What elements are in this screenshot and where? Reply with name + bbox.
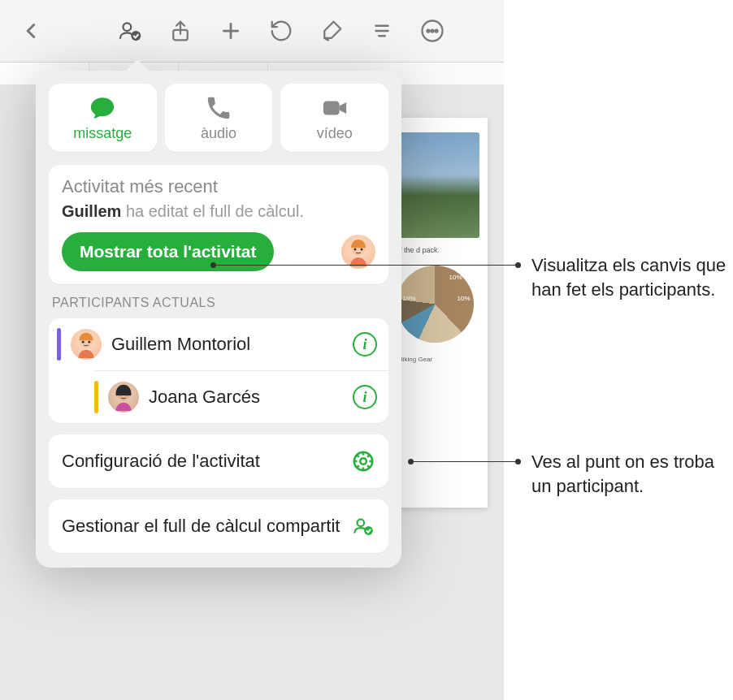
collab-manage-icon [351,514,375,538]
svg-point-21 [125,394,128,396]
participants-list: Guillem Montoriol Joana Garcés [49,318,388,423]
share-button[interactable] [159,10,202,52]
participant-avatar [71,329,102,360]
svg-point-1 [131,31,141,41]
svg-point-18 [88,341,90,344]
message-button[interactable]: missatge [49,84,157,152]
svg-point-17 [82,341,85,344]
participants-header: PARTICIPANTS ACTUALS [52,296,385,310]
activity-title: Activitat més recent [62,176,375,197]
participant-name: Joana Garcés [149,387,343,408]
svg-point-15 [361,248,363,251]
svg-point-10 [432,30,434,32]
svg-point-9 [427,30,430,32]
svg-rect-12 [323,101,340,115]
callout-locate: Ves al punt on es troba un participant. [531,450,733,498]
svg-line-29 [367,465,370,468]
video-icon [321,94,349,122]
phone-icon [205,94,232,122]
presence-stripe [57,328,61,361]
toolbar [0,0,504,63]
callout-line [409,461,520,462]
svg-line-30 [357,465,359,468]
audio-button[interactable]: àudio [165,84,273,152]
svg-point-23 [360,458,366,465]
gear-icon [351,449,375,473]
svg-line-31 [367,455,370,457]
back-button[interactable] [10,10,52,52]
undo-button[interactable] [260,10,302,52]
svg-point-14 [354,248,357,251]
svg-point-20 [119,394,122,396]
svg-point-0 [124,23,132,31]
participant-info-button[interactable] [353,385,377,409]
chart-legend: Hiking Gear [390,356,479,363]
format-brush-button[interactable] [310,10,353,52]
doc-snippet: half the d pack. [390,246,479,256]
participant-row[interactable]: Guillem Montoriol [49,318,388,370]
more-button[interactable] [411,10,453,52]
message-icon [89,94,116,122]
add-button[interactable] [210,10,252,52]
svg-point-32 [358,519,365,526]
svg-point-11 [436,30,438,32]
presence-stripe [94,381,98,413]
svg-line-28 [357,455,359,457]
participant-name: Guillem Montoriol [111,334,343,355]
callout-line [211,265,520,266]
video-label: vídeo [317,125,353,142]
participant-info-button[interactable] [353,332,377,356]
collab-popover: missatge àudio vídeo Activitat més recen… [36,58,401,568]
participant-row[interactable]: Joana Garcés [94,370,388,423]
callout-changes: Visualitza els canvis que han fet els pa… [531,253,733,301]
activity-latest: Guillem ha editat el full de càlcul. [62,202,375,221]
video-button[interactable]: vídeo [280,84,388,152]
activity-card: Activitat més recent Guillem ha editat e… [49,165,388,284]
audio-label: àudio [201,125,236,142]
participant-avatar [108,382,139,413]
message-label: missatge [73,125,132,142]
doc-hero-image [390,132,479,238]
manage-shared-button[interactable]: Gestionar el full de càlcul compartit [49,499,388,553]
actor-avatar [341,235,375,269]
text-style-button[interactable] [361,10,403,52]
collab-button[interactable] [109,10,151,52]
activity-settings-button[interactable]: Configuració de l'activitat [49,434,388,488]
pie-chart: 19% 10% 10% [397,266,474,343]
